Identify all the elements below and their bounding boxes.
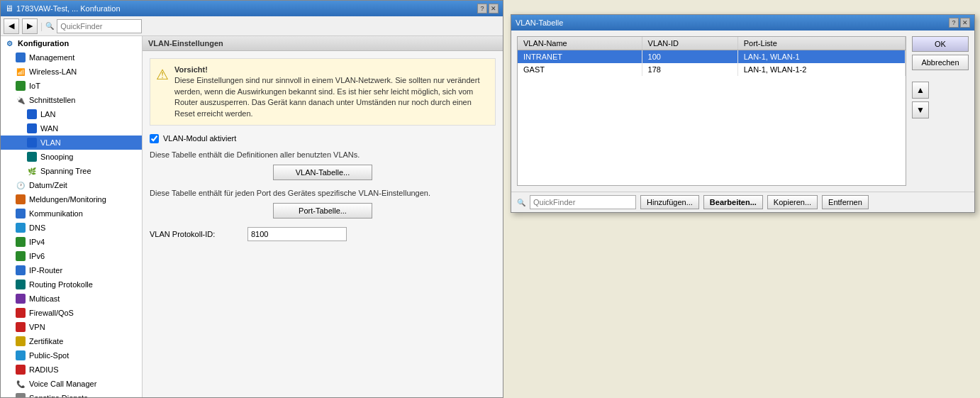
vlan-side-buttons: OK Abbrechen ▲ ▼: [912, 36, 969, 186]
row-name-intranet: INTRANET: [518, 50, 642, 64]
vlan-quickfinder-input[interactable]: [530, 195, 636, 209]
warning-title: Vorsicht!: [174, 65, 208, 74]
hinzufuegen-button[interactable]: Hinzufügen...: [640, 195, 699, 209]
sidebar-label-radius: RADIUS: [29, 365, 59, 374]
close-button[interactable]: ✕: [489, 4, 499, 13]
sidebar-item-ipv6[interactable]: IPv6: [1, 249, 142, 263]
search-icon: 🔍: [45, 22, 54, 30]
sidebar-label-public-spot: Public-Spot: [29, 351, 69, 360]
wireless-icon: 📶: [15, 66, 26, 77]
sidebar-item-vpn[interactable]: VPN: [1, 320, 142, 334]
sidebar-item-voice[interactable]: 📞 Voice Call Manager: [1, 377, 142, 391]
routing-icon: [15, 279, 26, 290]
lan-icon: [26, 109, 38, 120]
port-table-button[interactable]: Port-Tabelle...: [273, 203, 372, 219]
sidebar-item-iot[interactable]: IoT: [1, 79, 142, 93]
sidebar-item-schnittstellen[interactable]: 🔌 Schnittstellen: [1, 93, 142, 107]
sidebar-item-management[interactable]: Management: [1, 50, 142, 65]
row-id-intranet: 100: [642, 50, 737, 64]
sidebar-item-vlan[interactable]: VLAN: [1, 136, 142, 150]
comm-icon: [15, 208, 26, 219]
sidebar-label-meldungen: Meldungen/Monitoring: [29, 195, 106, 204]
sidebar-label-vlan: VLAN: [40, 138, 61, 147]
help-button[interactable]: ?: [477, 4, 487, 13]
vlan-table-container: VLAN-Name VLAN-ID Port-Liste INTRANET 10…: [517, 36, 906, 186]
bearbeiten-button[interactable]: Bearbeiten...: [703, 195, 763, 209]
sidebar-label-datum-zeit: Datum/Zeit: [29, 181, 67, 189]
sidebar-label-zertifikate: Zertifikate: [29, 337, 63, 346]
firewall-icon: [15, 307, 26, 319]
sidebar-item-public-spot[interactable]: Public-Spot: [1, 348, 142, 363]
sidebar-label-kommunikation: Kommunikation: [29, 209, 83, 218]
sidebar-item-kommunikation[interactable]: Kommunikation: [1, 206, 142, 221]
table-row[interactable]: GAST 178 LAN-1, WLAN-1-2: [518, 63, 906, 76]
vlan-module-checkbox[interactable]: [150, 134, 159, 143]
sidebar-item-wireless-lan[interactable]: 📶 Wireless-LAN: [1, 65, 142, 79]
sidebar-label-vpn: VPN: [29, 323, 45, 331]
warning-box: ⚠ Vorsicht! Diese Einstellungen sind nur…: [150, 58, 496, 126]
sidebar-label-schnittstellen: Schnittstellen: [29, 96, 75, 104]
warning-text: Vorsicht! Diese Einstellungen sind nur s…: [174, 65, 489, 119]
title-bar-controls: ? ✕: [477, 4, 499, 13]
up-arrow-button[interactable]: ▲: [912, 82, 929, 99]
toolbar-separator: |: [40, 21, 43, 31]
sidebar-item-sonstige[interactable]: Sonstige Dienste: [1, 391, 142, 397]
router-icon: [15, 265, 26, 276]
cert-icon: [15, 336, 26, 347]
vlan-module-label: VLAN-Modul aktiviert: [163, 134, 236, 143]
sidebar-label-voice: Voice Call Manager: [29, 380, 96, 388]
col-vlan-id: VLAN-ID: [642, 37, 737, 50]
sidebar-item-routing[interactable]: Routing Protokolle: [1, 277, 142, 292]
sidebar-item-dns[interactable]: DNS: [1, 221, 142, 235]
vlan-title-bar: VLAN-Tabelle ? ✕: [511, 15, 974, 31]
table-row[interactable]: INTRANET 100 LAN-1, WLAN-1: [518, 50, 906, 64]
vlan-close-button[interactable]: ✕: [960, 18, 970, 28]
window-title: 1783VAW-Test, ... Konfuration: [16, 4, 121, 13]
sidebar-item-wan[interactable]: WAN: [1, 121, 142, 136]
protokoll-input[interactable]: [247, 227, 347, 241]
ok-button[interactable]: OK: [912, 36, 969, 52]
multicast-icon: [15, 293, 26, 304]
row-id-gast: 178: [642, 63, 737, 76]
vlan-table-button[interactable]: VLAN-Tabelle...: [273, 165, 372, 180]
sidebar-item-ip-router[interactable]: IP-Router: [1, 263, 142, 277]
sidebar-label-multicast: Multicast: [29, 294, 60, 303]
sidebar-item-firewall[interactable]: Firewall/QoS: [1, 306, 142, 320]
title-bar-left: 🖥 1783VAW-Test, ... Konfuration: [5, 4, 121, 13]
sidebar-label-spanning-tree: Spanning Tree: [40, 167, 91, 175]
entfernen-button[interactable]: Entfernen: [822, 195, 869, 209]
row-name-gast: GAST: [518, 63, 642, 76]
vlan-help-button[interactable]: ?: [949, 18, 959, 28]
vlan-icon: [26, 137, 38, 148]
sidebar-item-snooping[interactable]: Snooping: [1, 150, 142, 164]
sidebar-item-konfiguration[interactable]: ⚙ Konfiguration: [1, 36, 142, 50]
abbrechen-button[interactable]: Abbrechen: [912, 55, 969, 70]
sidebar: ⚙ Konfiguration Management 📶 Wireless-LA…: [1, 36, 143, 397]
vlan-title-controls: ? ✕: [949, 18, 970, 28]
schnittstellen-icon: 🔌: [15, 94, 26, 106]
vpn-icon: [15, 321, 26, 333]
back-button[interactable]: ◀: [4, 18, 19, 34]
row-ports-intranet: LAN-1, WLAN-1: [737, 50, 905, 64]
sidebar-item-radius[interactable]: RADIUS: [1, 363, 142, 377]
iot-icon: [15, 80, 26, 92]
sidebar-item-lan[interactable]: LAN: [1, 107, 142, 121]
sidebar-item-multicast[interactable]: Multicast: [1, 292, 142, 306]
publicspot-icon: [15, 350, 26, 361]
quickfinder-input[interactable]: [57, 19, 142, 33]
protokoll-label: VLAN Protokoll-ID:: [150, 230, 242, 238]
sidebar-label-dns: DNS: [29, 223, 45, 232]
monitoring-icon: [15, 194, 26, 205]
sidebar-label-iot: IoT: [29, 82, 40, 90]
forward-button[interactable]: ▶: [22, 18, 38, 34]
vlan-table: VLAN-Name VLAN-ID Port-Liste INTRANET 10…: [518, 37, 906, 76]
down-arrow-button[interactable]: ▼: [912, 101, 929, 118]
sidebar-item-zertifikate[interactable]: Zertifikate: [1, 334, 142, 348]
sidebar-item-spanning-tree[interactable]: 🌿 Spanning Tree: [1, 164, 142, 178]
clock-icon: 🕐: [15, 179, 26, 191]
sidebar-item-datum-zeit[interactable]: 🕐 Datum/Zeit: [1, 178, 142, 192]
sidebar-item-meldungen[interactable]: Meldungen/Monitoring: [1, 192, 142, 206]
sidebar-item-ipv4[interactable]: IPv4: [1, 235, 142, 249]
kopieren-button[interactable]: Kopieren...: [767, 195, 818, 209]
main-title-bar: 🖥 1783VAW-Test, ... Konfuration ? ✕: [1, 1, 503, 16]
